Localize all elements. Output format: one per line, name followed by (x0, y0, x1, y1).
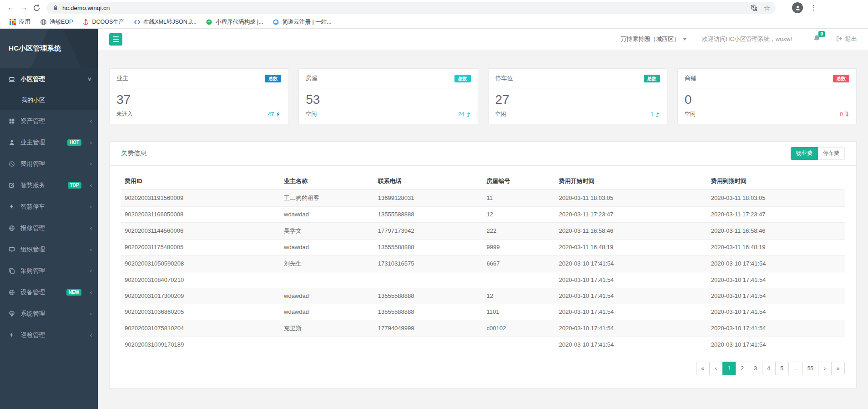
page-3[interactable]: 3 (749, 362, 762, 375)
sidebar-item-label: 资产管理 (20, 117, 45, 125)
sidebar-item-fee[interactable]: 费用管理‹ (0, 153, 98, 174)
bookmark-item[interactable]: 简道云注册 | 一站... (269, 17, 335, 27)
table-cell: 2020-03-10 17:41:54 (707, 272, 845, 288)
sidebar-group-purchase: 采购管理‹ (0, 260, 98, 281)
community-selector[interactable]: 万博家博园（城西区） (621, 35, 686, 43)
sidebar-item-label: 组织管理 (20, 245, 45, 254)
logout-button[interactable]: 退出 (836, 35, 857, 43)
column-header: 费用开始时间 (555, 173, 707, 190)
sidebar-item-smart-parking[interactable]: 智慧停车‹ (0, 196, 98, 217)
sidebar-toggle-button[interactable] (109, 33, 122, 46)
stat-card-title: 房屋 (306, 74, 318, 82)
tab-property-fee[interactable]: 物业费 (791, 147, 818, 160)
stat-footer-number: 24 (458, 111, 464, 118)
page-55[interactable]: 55 (802, 362, 818, 375)
browser-menu-icon[interactable]: ⋮ (810, 4, 817, 12)
table-cell (374, 337, 483, 353)
table-row: 902020031017300209wdawdad135555888881220… (121, 288, 845, 304)
profile-avatar[interactable] (792, 2, 803, 13)
chevron-left-icon: ‹ (90, 118, 92, 124)
forward-icon[interactable]: → (17, 1, 30, 14)
page-first[interactable]: « (696, 362, 710, 375)
page-last[interactable]: » (831, 362, 845, 375)
stat-footer-label: 空闲 (685, 110, 696, 118)
bookmark-item[interactable]: DCOOS生产 (78, 17, 128, 27)
fee-type-tabs: 物业费停车费 (791, 147, 845, 160)
sidebar-item-community[interactable]: 小区管理∨ (0, 68, 98, 90)
chevron-left-icon: ‹ (90, 225, 92, 231)
table-cell: 9999 (483, 239, 555, 255)
sidebar-subitem-my-community[interactable]: 我的小区 (0, 90, 98, 110)
page-5[interactable]: 5 (775, 362, 789, 375)
apps-button[interactable]: 应用 (5, 17, 34, 27)
bolt-icon (9, 332, 16, 338)
table-row: 9020200310840702102020-03-10 17:41:54202… (121, 272, 845, 288)
chevron-left-icon: ‹ (90, 267, 92, 274)
sidebar-badge: TOP (68, 182, 81, 189)
cloud-favicon (273, 18, 280, 26)
sidebar-item-asset[interactable]: 资产管理‹ (0, 110, 98, 132)
back-icon[interactable]: ← (5, 1, 17, 14)
table-cell (280, 337, 374, 353)
sidebar-item-system[interactable]: 系统管理‹ (0, 303, 98, 324)
page-2[interactable]: 2 (736, 362, 749, 375)
sidebar-item-label: 费用管理 (20, 160, 45, 168)
sidebar-item-repair[interactable]: 报修管理‹ (0, 217, 98, 239)
sidebar-group-smart-service: 智慧服务TOP‹ (0, 174, 98, 196)
code-favicon (133, 18, 141, 26)
table-row: 902020031144560006吴学文177971739422222020-… (121, 222, 845, 239)
pagination: «‹12345...55›» (121, 362, 845, 375)
sidebar-group-smart-parking: 智慧停车‹ (0, 196, 98, 217)
table-cell: 刘先生 (280, 255, 374, 272)
bookmark-item[interactable]: 在线XML转JSON,J... (130, 17, 200, 27)
stat-footer-label: 空闲 (495, 110, 506, 118)
page-1[interactable]: 1 (722, 362, 736, 375)
table-cell: 902020031175480005 (121, 239, 280, 255)
table-cell: 2020-03-11 16:48:19 (707, 239, 845, 255)
stat-card-parking: 停车位总数27空闲1 (488, 68, 667, 124)
table-cell (280, 272, 374, 288)
bookmark-item[interactable]: 浩鲸EOP (36, 17, 76, 27)
table-cell: 2020-03-11 16:58:46 (707, 222, 845, 239)
stat-value: 27 (495, 92, 660, 107)
url-bar[interactable]: hc.demo.winqi.cn ☆ (46, 2, 776, 14)
chevron-left-icon: ‹ (90, 160, 92, 167)
stat-footer-value: 1 (651, 111, 660, 118)
stat-footer-value: 24 (458, 111, 470, 118)
table-cell: 2020-03-11 17:23:47 (707, 206, 845, 222)
table-cell: 17310316575 (374, 255, 483, 272)
translate-icon[interactable] (751, 5, 757, 11)
notifications-button[interactable]: 0 (813, 35, 821, 44)
chevron-left-icon: ‹ (90, 139, 92, 146)
chevron-down-icon: ∨ (87, 76, 92, 82)
bolt-icon (275, 111, 281, 117)
sidebar-item-smart-service[interactable]: 智慧服务TOP‹ (0, 174, 98, 196)
table-cell: 902020031075810204 (121, 320, 280, 337)
bookmark-star-icon[interactable]: ☆ (764, 4, 770, 12)
sidebar-item-owner[interactable]: 业主管理HOT‹ (0, 132, 98, 153)
chevron-left-icon: ‹ (90, 246, 92, 253)
url-text: hc.demo.winqi.cn (62, 5, 744, 11)
page-next[interactable]: › (818, 362, 832, 375)
stat-cards-row: 业主总数37未迁入47房屋总数53空闲24停车位总数27空闲1商铺总数0空闲0 (109, 68, 857, 124)
column-header: 业主名称 (280, 173, 374, 190)
table-cell: 2020-03-10 17:41:54 (555, 337, 707, 353)
page-prev[interactable]: ‹ (709, 362, 723, 375)
bookmark-item[interactable]: 小程序代码构成 |... (202, 17, 267, 27)
table-cell: 902020031166050008 (121, 206, 280, 222)
sidebar-item-inspection[interactable]: 巡检管理‹ (0, 324, 98, 346)
reload-icon[interactable] (30, 1, 43, 14)
sidebar-item-organization[interactable]: 组织管理‹ (0, 239, 98, 260)
stat-footer-value: 47 (268, 111, 281, 118)
welcome-text: 欢迎访问HC小区管理系统，wuxw! (702, 35, 792, 43)
sidebar-item-purchase[interactable]: 采购管理‹ (0, 260, 98, 281)
level-up-icon (655, 112, 660, 117)
sidebar-item-device[interactable]: 设备管理NEW‹ (0, 281, 98, 303)
anchor-favicon (82, 18, 89, 26)
page-4[interactable]: 4 (762, 362, 776, 375)
tab-parking-fee[interactable]: 停车费 (818, 147, 845, 160)
page-ellipsis[interactable]: ... (788, 362, 803, 375)
browser-chrome: ← → hc.demo.winqi.cn ☆ ⋮ 应用 浩鲸EOPDCOOS生产… (0, 0, 868, 29)
desktop-icon (9, 246, 16, 253)
table-cell: 2020-03-10 17:41:54 (707, 337, 845, 353)
